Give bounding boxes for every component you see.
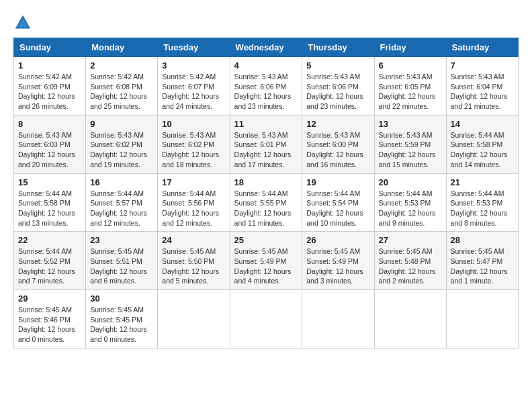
day-number: 2 xyxy=(90,60,153,71)
calendar-cell: 7 Sunrise: 5:43 AM Sunset: 6:04 PM Dayli… xyxy=(446,57,518,116)
day-number: 6 xyxy=(379,60,442,71)
day-number: 28 xyxy=(451,235,514,245)
calendar-cell: 2 Sunrise: 5:42 AM Sunset: 6:08 PM Dayli… xyxy=(86,57,158,116)
calendar-week-3: 15 Sunrise: 5:44 AM Sunset: 5:58 PM Dayl… xyxy=(14,173,519,232)
day-info: Sunrise: 5:44 AM Sunset: 5:53 PM Dayligh… xyxy=(451,189,514,228)
header-saturday: Saturday xyxy=(446,38,518,57)
day-info: Sunrise: 5:43 AM Sunset: 6:01 PM Dayligh… xyxy=(234,130,298,170)
calendar-cell: 15 Sunrise: 5:44 AM Sunset: 5:58 PM Dayl… xyxy=(14,173,86,232)
day-info: Sunrise: 5:42 AM Sunset: 6:08 PM Dayligh… xyxy=(90,72,153,111)
calendar-cell xyxy=(374,290,446,349)
calendar-cell: 19 Sunrise: 5:44 AM Sunset: 5:54 PM Dayl… xyxy=(302,173,374,232)
calendar-cell: 27 Sunrise: 5:45 AM Sunset: 5:48 PM Dayl… xyxy=(374,232,446,290)
day-number: 15 xyxy=(18,177,81,187)
calendar-cell: 23 Sunrise: 5:45 AM Sunset: 5:51 PM Dayl… xyxy=(86,232,158,290)
day-number: 13 xyxy=(379,119,442,129)
calendar-cell: 24 Sunrise: 5:45 AM Sunset: 5:50 PM Dayl… xyxy=(158,232,230,290)
day-number: 25 xyxy=(234,235,298,245)
day-info: Sunrise: 5:43 AM Sunset: 6:03 PM Dayligh… xyxy=(18,130,81,170)
header-monday: Monday xyxy=(86,38,158,57)
day-info: Sunrise: 5:45 AM Sunset: 5:50 PM Dayligh… xyxy=(162,246,225,286)
calendar-cell: 26 Sunrise: 5:45 AM Sunset: 5:49 PM Dayl… xyxy=(302,232,374,290)
calendar-cell: 13 Sunrise: 5:43 AM Sunset: 5:59 PM Dayl… xyxy=(374,115,446,173)
day-info: Sunrise: 5:45 AM Sunset: 5:49 PM Dayligh… xyxy=(234,246,298,286)
calendar-cell xyxy=(302,290,374,349)
day-number: 27 xyxy=(379,235,442,245)
day-number: 7 xyxy=(451,60,514,71)
calendar-cell: 28 Sunrise: 5:45 AM Sunset: 5:47 PM Dayl… xyxy=(446,232,518,290)
day-info: Sunrise: 5:43 AM Sunset: 5:59 PM Dayligh… xyxy=(379,130,442,170)
page-header xyxy=(13,13,519,32)
day-number: 14 xyxy=(451,119,514,129)
logo xyxy=(13,13,35,32)
calendar-cell: 8 Sunrise: 5:43 AM Sunset: 6:03 PM Dayli… xyxy=(14,115,86,173)
calendar-week-5: 29 Sunrise: 5:45 AM Sunset: 5:46 PM Dayl… xyxy=(14,290,519,349)
calendar-table: SundayMondayTuesdayWednesdayThursdayFrid… xyxy=(13,38,519,349)
day-info: Sunrise: 5:44 AM Sunset: 5:54 PM Dayligh… xyxy=(306,189,369,228)
header-tuesday: Tuesday xyxy=(158,38,230,57)
calendar-header-row: SundayMondayTuesdayWednesdayThursdayFrid… xyxy=(14,38,519,57)
day-info: Sunrise: 5:45 AM Sunset: 5:48 PM Dayligh… xyxy=(379,246,442,286)
calendar-cell: 18 Sunrise: 5:44 AM Sunset: 5:55 PM Dayl… xyxy=(230,173,302,232)
calendar-week-4: 22 Sunrise: 5:44 AM Sunset: 5:52 PM Dayl… xyxy=(14,232,519,290)
day-number: 8 xyxy=(18,119,81,129)
day-info: Sunrise: 5:43 AM Sunset: 6:02 PM Dayligh… xyxy=(90,130,153,170)
day-info: Sunrise: 5:42 AM Sunset: 6:07 PM Dayligh… xyxy=(162,72,225,111)
header-thursday: Thursday xyxy=(302,38,374,57)
day-number: 5 xyxy=(306,60,369,71)
calendar-cell: 21 Sunrise: 5:44 AM Sunset: 5:53 PM Dayl… xyxy=(446,173,518,232)
day-info: Sunrise: 5:45 AM Sunset: 5:49 PM Dayligh… xyxy=(306,246,369,286)
header-sunday: Sunday xyxy=(14,38,86,57)
day-info: Sunrise: 5:44 AM Sunset: 5:55 PM Dayligh… xyxy=(234,189,298,228)
day-number: 19 xyxy=(306,177,369,187)
day-number: 1 xyxy=(18,60,81,71)
calendar-cell: 29 Sunrise: 5:45 AM Sunset: 5:46 PM Dayl… xyxy=(14,290,86,349)
day-number: 26 xyxy=(306,235,369,245)
calendar-cell: 22 Sunrise: 5:44 AM Sunset: 5:52 PM Dayl… xyxy=(14,232,86,290)
day-info: Sunrise: 5:45 AM Sunset: 5:47 PM Dayligh… xyxy=(451,246,514,286)
calendar-cell: 20 Sunrise: 5:44 AM Sunset: 5:53 PM Dayl… xyxy=(374,173,446,232)
calendar-cell: 11 Sunrise: 5:43 AM Sunset: 6:01 PM Dayl… xyxy=(230,115,302,173)
day-number: 20 xyxy=(379,177,442,187)
calendar-cell: 4 Sunrise: 5:43 AM Sunset: 6:06 PM Dayli… xyxy=(230,57,302,116)
calendar-cell: 1 Sunrise: 5:42 AM Sunset: 6:09 PM Dayli… xyxy=(14,57,86,116)
calendar-cell xyxy=(446,290,518,349)
day-number: 9 xyxy=(90,119,153,129)
day-number: 10 xyxy=(162,119,225,129)
day-number: 21 xyxy=(451,177,514,187)
day-info: Sunrise: 5:45 AM Sunset: 5:51 PM Dayligh… xyxy=(90,246,153,286)
day-number: 18 xyxy=(234,177,298,187)
day-number: 22 xyxy=(18,235,81,245)
day-number: 30 xyxy=(90,293,153,304)
day-info: Sunrise: 5:44 AM Sunset: 5:56 PM Dayligh… xyxy=(162,189,225,228)
day-number: 16 xyxy=(90,177,153,187)
calendar-cell: 5 Sunrise: 5:43 AM Sunset: 6:06 PM Dayli… xyxy=(302,57,374,116)
day-info: Sunrise: 5:44 AM Sunset: 5:52 PM Dayligh… xyxy=(18,246,81,286)
logo-icon xyxy=(13,13,32,32)
day-info: Sunrise: 5:43 AM Sunset: 6:04 PM Dayligh… xyxy=(451,72,514,111)
day-info: Sunrise: 5:43 AM Sunset: 6:02 PM Dayligh… xyxy=(162,130,225,170)
day-info: Sunrise: 5:43 AM Sunset: 6:05 PM Dayligh… xyxy=(379,72,442,111)
header-wednesday: Wednesday xyxy=(230,38,302,57)
day-number: 23 xyxy=(90,235,153,245)
day-number: 29 xyxy=(18,293,81,304)
day-info: Sunrise: 5:45 AM Sunset: 5:45 PM Dayligh… xyxy=(90,305,153,345)
calendar-cell: 6 Sunrise: 5:43 AM Sunset: 6:05 PM Dayli… xyxy=(374,57,446,116)
calendar-cell: 17 Sunrise: 5:44 AM Sunset: 5:56 PM Dayl… xyxy=(158,173,230,232)
day-info: Sunrise: 5:45 AM Sunset: 5:46 PM Dayligh… xyxy=(18,305,81,345)
day-number: 17 xyxy=(162,177,225,187)
day-info: Sunrise: 5:44 AM Sunset: 5:57 PM Dayligh… xyxy=(90,189,153,228)
calendar-cell: 30 Sunrise: 5:45 AM Sunset: 5:45 PM Dayl… xyxy=(86,290,158,349)
calendar-week-2: 8 Sunrise: 5:43 AM Sunset: 6:03 PM Dayli… xyxy=(14,115,519,173)
day-number: 12 xyxy=(306,119,369,129)
calendar-cell xyxy=(158,290,230,349)
day-number: 3 xyxy=(162,60,225,71)
calendar-cell: 16 Sunrise: 5:44 AM Sunset: 5:57 PM Dayl… xyxy=(86,173,158,232)
calendar-cell: 14 Sunrise: 5:44 AM Sunset: 5:58 PM Dayl… xyxy=(446,115,518,173)
calendar-week-1: 1 Sunrise: 5:42 AM Sunset: 6:09 PM Dayli… xyxy=(14,57,519,116)
day-number: 4 xyxy=(234,60,298,71)
day-info: Sunrise: 5:44 AM Sunset: 5:53 PM Dayligh… xyxy=(379,189,442,228)
calendar-cell: 10 Sunrise: 5:43 AM Sunset: 6:02 PM Dayl… xyxy=(158,115,230,173)
day-number: 11 xyxy=(234,119,298,129)
day-info: Sunrise: 5:43 AM Sunset: 6:00 PM Dayligh… xyxy=(306,130,369,170)
